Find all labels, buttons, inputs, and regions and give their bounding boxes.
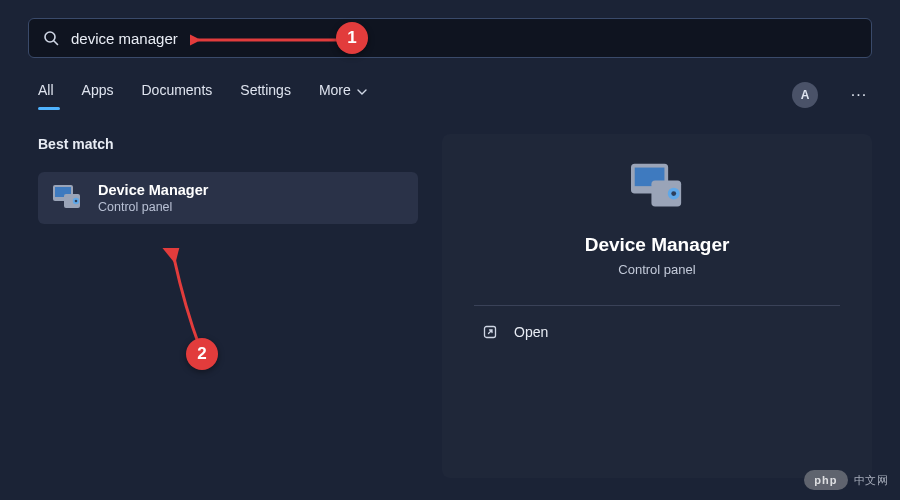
tab-all[interactable]: All bbox=[38, 82, 54, 108]
result-title: Device Manager bbox=[98, 182, 208, 198]
open-action[interactable]: Open bbox=[442, 306, 872, 358]
tab-label: All bbox=[38, 82, 54, 98]
watermark-text: 中文网 bbox=[854, 473, 889, 488]
preview-panel: Device Manager Control panel Open bbox=[442, 134, 872, 478]
search-bar[interactable] bbox=[28, 18, 872, 58]
preview-title: Device Manager bbox=[442, 234, 872, 256]
tab-settings[interactable]: Settings bbox=[240, 82, 291, 108]
watermark: php 中文网 bbox=[804, 470, 888, 490]
search-icon bbox=[43, 30, 59, 46]
search-input[interactable] bbox=[71, 30, 857, 47]
chevron-down-icon bbox=[357, 82, 367, 98]
tab-label: More bbox=[319, 82, 351, 98]
tab-label: Apps bbox=[82, 82, 114, 98]
section-label: Best match bbox=[38, 136, 418, 152]
results-column: Best match Device Manager Control panel bbox=[38, 136, 418, 478]
preview-subtitle: Control panel bbox=[442, 262, 872, 277]
overflow-menu-button[interactable]: ··· bbox=[846, 82, 872, 108]
svg-line-1 bbox=[54, 41, 58, 45]
avatar[interactable]: A bbox=[792, 82, 818, 108]
result-subtitle: Control panel bbox=[98, 200, 208, 214]
tab-label: Settings bbox=[240, 82, 291, 98]
open-icon bbox=[482, 324, 498, 340]
preview-icon-wrap bbox=[442, 162, 872, 214]
result-text: Device Manager Control panel bbox=[98, 182, 208, 214]
svg-point-11 bbox=[671, 191, 676, 196]
device-manager-icon bbox=[52, 183, 82, 213]
open-label: Open bbox=[514, 324, 548, 340]
filter-tabs: All Apps Documents Settings More A ··· bbox=[0, 58, 900, 108]
watermark-logo: php bbox=[804, 470, 847, 490]
more-icon: ··· bbox=[851, 86, 867, 104]
device-manager-icon bbox=[629, 162, 685, 214]
tab-label: Documents bbox=[141, 82, 212, 98]
tab-more[interactable]: More bbox=[319, 82, 367, 108]
avatar-letter: A bbox=[801, 88, 810, 102]
content-area: Best match Device Manager Control panel bbox=[0, 108, 900, 478]
result-device-manager[interactable]: Device Manager Control panel bbox=[38, 172, 418, 224]
tab-apps[interactable]: Apps bbox=[82, 82, 114, 108]
tab-documents[interactable]: Documents bbox=[141, 82, 212, 108]
svg-point-6 bbox=[75, 200, 78, 203]
